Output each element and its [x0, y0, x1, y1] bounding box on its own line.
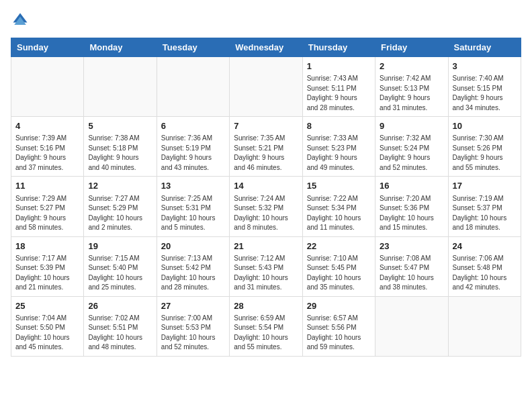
- day-info: Sunrise: 7:30 AM Sunset: 5:26 PM Dayligh…: [453, 134, 517, 173]
- day-info: Sunrise: 7:33 AM Sunset: 5:23 PM Dayligh…: [307, 134, 371, 173]
- calendar-header-row: SundayMondayTuesdayWednesdayThursdayFrid…: [11, 38, 521, 57]
- day-info: Sunrise: 7:29 AM Sunset: 5:27 PM Dayligh…: [15, 194, 79, 233]
- day-info: Sunrise: 7:08 AM Sunset: 5:47 PM Dayligh…: [380, 254, 443, 293]
- week-row-3: 11Sunrise: 7:29 AM Sunset: 5:27 PM Dayli…: [11, 177, 521, 236]
- day-number: 14: [234, 180, 298, 192]
- calendar-cell: 10Sunrise: 7:30 AM Sunset: 5:26 PM Dayli…: [448, 117, 521, 177]
- calendar-cell: 9Sunrise: 7:32 AM Sunset: 5:24 PM Daylig…: [375, 117, 448, 177]
- day-number: 23: [380, 240, 443, 253]
- day-number: 7: [234, 120, 298, 132]
- column-header-friday: Friday: [375, 38, 448, 57]
- column-header-monday: Monday: [84, 38, 157, 57]
- calendar-cell: [375, 296, 448, 356]
- day-info: Sunrise: 7:24 AM Sunset: 5:32 PM Dayligh…: [234, 194, 298, 233]
- day-number: 26: [88, 300, 152, 312]
- day-info: Sunrise: 7:40 AM Sunset: 5:15 PM Dayligh…: [453, 74, 517, 113]
- day-number: 5: [88, 120, 152, 132]
- calendar-cell: [157, 57, 229, 117]
- day-info: Sunrise: 7:32 AM Sunset: 5:24 PM Dayligh…: [380, 134, 443, 173]
- day-number: 18: [15, 240, 79, 253]
- calendar-cell: 26Sunrise: 7:02 AM Sunset: 5:51 PM Dayli…: [84, 296, 157, 356]
- day-info: Sunrise: 7:06 AM Sunset: 5:48 PM Dayligh…: [453, 254, 517, 293]
- day-info: Sunrise: 7:27 AM Sunset: 5:29 PM Dayligh…: [88, 194, 152, 233]
- day-number: 16: [380, 180, 443, 192]
- day-info: Sunrise: 7:22 AM Sunset: 5:34 PM Dayligh…: [307, 194, 371, 233]
- calendar-cell: 12Sunrise: 7:27 AM Sunset: 5:29 PM Dayli…: [84, 177, 157, 236]
- day-number: 21: [234, 240, 298, 253]
- calendar-cell: 8Sunrise: 7:33 AM Sunset: 5:23 PM Daylig…: [302, 117, 375, 177]
- calendar-cell: [448, 296, 521, 356]
- calendar-cell: 1Sunrise: 7:43 AM Sunset: 5:11 PM Daylig…: [302, 57, 375, 117]
- calendar-cell: 23Sunrise: 7:08 AM Sunset: 5:47 PM Dayli…: [375, 236, 448, 296]
- day-info: Sunrise: 7:02 AM Sunset: 5:51 PM Dayligh…: [88, 314, 152, 353]
- logo-icon: [11, 11, 30, 30]
- day-number: 29: [307, 300, 371, 312]
- calendar-cell: [11, 57, 84, 117]
- day-info: Sunrise: 7:35 AM Sunset: 5:21 PM Dayligh…: [234, 134, 298, 173]
- calendar-cell: 28Sunrise: 6:59 AM Sunset: 5:54 PM Dayli…: [230, 296, 302, 356]
- day-number: 1: [307, 60, 371, 73]
- day-info: Sunrise: 7:20 AM Sunset: 5:36 PM Dayligh…: [380, 194, 443, 233]
- calendar-cell: 7Sunrise: 7:35 AM Sunset: 5:21 PM Daylig…: [230, 117, 302, 177]
- day-number: 13: [161, 180, 225, 192]
- day-number: 6: [161, 120, 225, 132]
- calendar-cell: 22Sunrise: 7:10 AM Sunset: 5:45 PM Dayli…: [302, 236, 375, 296]
- day-info: Sunrise: 7:36 AM Sunset: 5:19 PM Dayligh…: [161, 134, 225, 173]
- day-number: 20: [161, 240, 225, 253]
- day-number: 4: [15, 120, 79, 132]
- column-header-tuesday: Tuesday: [157, 38, 229, 57]
- calendar-cell: 21Sunrise: 7:12 AM Sunset: 5:43 PM Dayli…: [230, 236, 302, 296]
- day-info: Sunrise: 7:42 AM Sunset: 5:13 PM Dayligh…: [380, 74, 443, 113]
- day-number: 11: [15, 180, 79, 192]
- column-header-sunday: Sunday: [11, 38, 84, 57]
- day-info: Sunrise: 7:04 AM Sunset: 5:50 PM Dayligh…: [15, 314, 79, 353]
- day-info: Sunrise: 6:57 AM Sunset: 5:56 PM Dayligh…: [307, 314, 371, 353]
- calendar-cell: 3Sunrise: 7:40 AM Sunset: 5:15 PM Daylig…: [448, 57, 521, 117]
- day-number: 9: [380, 120, 443, 132]
- calendar-cell: 25Sunrise: 7:04 AM Sunset: 5:50 PM Dayli…: [11, 296, 84, 356]
- page-header: [11, 11, 521, 30]
- day-info: Sunrise: 6:59 AM Sunset: 5:54 PM Dayligh…: [234, 314, 298, 353]
- calendar-cell: 2Sunrise: 7:42 AM Sunset: 5:13 PM Daylig…: [375, 57, 448, 117]
- calendar-cell: 18Sunrise: 7:17 AM Sunset: 5:39 PM Dayli…: [11, 236, 84, 296]
- week-row-2: 4Sunrise: 7:39 AM Sunset: 5:16 PM Daylig…: [11, 117, 521, 177]
- calendar-cell: 29Sunrise: 6:57 AM Sunset: 5:56 PM Dayli…: [302, 296, 375, 356]
- day-number: 12: [88, 180, 152, 192]
- column-header-wednesday: Wednesday: [230, 38, 302, 57]
- day-info: Sunrise: 7:00 AM Sunset: 5:53 PM Dayligh…: [161, 314, 225, 353]
- calendar-cell: 13Sunrise: 7:25 AM Sunset: 5:31 PM Dayli…: [157, 177, 229, 236]
- day-info: Sunrise: 7:12 AM Sunset: 5:43 PM Dayligh…: [234, 254, 298, 293]
- calendar-cell: [84, 57, 157, 117]
- day-info: Sunrise: 7:43 AM Sunset: 5:11 PM Dayligh…: [307, 74, 371, 113]
- week-row-1: 1Sunrise: 7:43 AM Sunset: 5:11 PM Daylig…: [11, 57, 521, 117]
- column-header-saturday: Saturday: [448, 38, 521, 57]
- calendar-cell: 27Sunrise: 7:00 AM Sunset: 5:53 PM Dayli…: [157, 296, 229, 356]
- calendar-cell: 24Sunrise: 7:06 AM Sunset: 5:48 PM Dayli…: [448, 236, 521, 296]
- calendar-cell: 16Sunrise: 7:20 AM Sunset: 5:36 PM Dayli…: [375, 177, 448, 236]
- calendar-cell: 17Sunrise: 7:19 AM Sunset: 5:37 PM Dayli…: [448, 177, 521, 236]
- day-info: Sunrise: 7:13 AM Sunset: 5:42 PM Dayligh…: [161, 254, 225, 293]
- calendar-cell: 6Sunrise: 7:36 AM Sunset: 5:19 PM Daylig…: [157, 117, 229, 177]
- day-info: Sunrise: 7:19 AM Sunset: 5:37 PM Dayligh…: [453, 194, 517, 233]
- calendar-cell: 20Sunrise: 7:13 AM Sunset: 5:42 PM Dayli…: [157, 236, 229, 296]
- calendar-cell: 19Sunrise: 7:15 AM Sunset: 5:40 PM Dayli…: [84, 236, 157, 296]
- day-info: Sunrise: 7:25 AM Sunset: 5:31 PM Dayligh…: [161, 194, 225, 233]
- day-number: 19: [88, 240, 152, 253]
- day-info: Sunrise: 7:38 AM Sunset: 5:18 PM Dayligh…: [88, 134, 152, 173]
- day-number: 10: [453, 120, 517, 132]
- calendar-cell: 4Sunrise: 7:39 AM Sunset: 5:16 PM Daylig…: [11, 117, 84, 177]
- day-number: 3: [453, 60, 517, 73]
- calendar-cell: 5Sunrise: 7:38 AM Sunset: 5:18 PM Daylig…: [84, 117, 157, 177]
- day-number: 17: [453, 180, 517, 192]
- calendar-cell: 15Sunrise: 7:22 AM Sunset: 5:34 PM Dayli…: [302, 177, 375, 236]
- day-info: Sunrise: 7:39 AM Sunset: 5:16 PM Dayligh…: [15, 134, 79, 173]
- week-row-5: 25Sunrise: 7:04 AM Sunset: 5:50 PM Dayli…: [11, 296, 521, 356]
- calendar-cell: 11Sunrise: 7:29 AM Sunset: 5:27 PM Dayli…: [11, 177, 84, 236]
- day-info: Sunrise: 7:10 AM Sunset: 5:45 PM Dayligh…: [307, 254, 371, 293]
- week-row-4: 18Sunrise: 7:17 AM Sunset: 5:39 PM Dayli…: [11, 236, 521, 296]
- calendar-cell: [230, 57, 302, 117]
- day-number: 28: [234, 300, 298, 312]
- logo: [11, 11, 32, 30]
- day-number: 15: [307, 180, 371, 192]
- day-info: Sunrise: 7:15 AM Sunset: 5:40 PM Dayligh…: [88, 254, 152, 293]
